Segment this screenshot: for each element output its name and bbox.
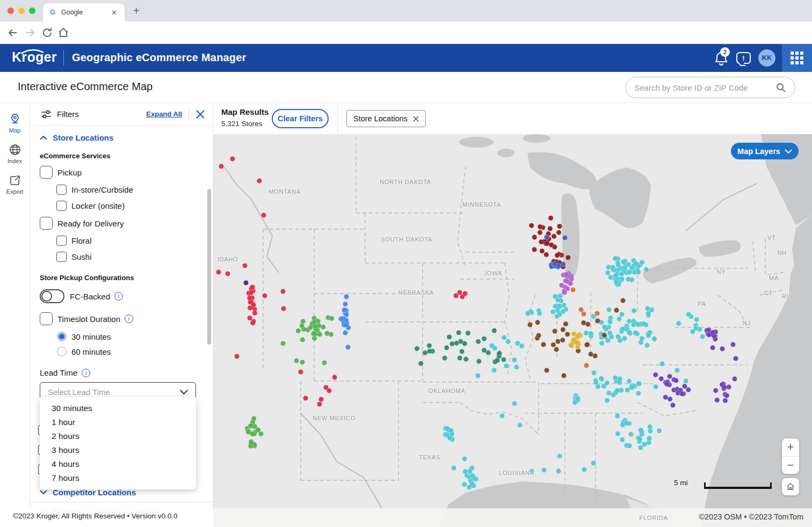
store-search-input[interactable]: Search by Store ID or ZIP Code: [625, 77, 795, 98]
fc-backed-info-icon[interactable]: i: [114, 292, 123, 301]
store-dot-teal: [415, 346, 419, 351]
timeslot-duration-checkbox[interactable]: [40, 312, 53, 325]
timeslot-60-row[interactable]: 60 minutes: [57, 347, 201, 356]
filters-content: Store Locations eCommerce Services Picku…: [40, 126, 201, 401]
zoom-out-button[interactable]: −: [782, 457, 799, 474]
state-label-nebraska: NEBRASKA: [398, 289, 434, 296]
checkbox-row-floral[interactable]: Floral: [56, 236, 201, 246]
store-dot-cyan: [525, 311, 530, 316]
lead-time-option[interactable]: 4 hours: [40, 457, 196, 471]
store-dot-cyan: [607, 331, 612, 335]
search-icon[interactable]: [775, 82, 786, 93]
store-dot-cyan: [627, 270, 632, 275]
checkbox[interactable]: [56, 201, 67, 211]
store-dot-cyan: [657, 428, 662, 433]
state-label-iowa: IOWA: [485, 270, 502, 276]
lead-time-option[interactable]: 2 hours: [40, 429, 196, 443]
rail-item-map[interactable]: Map: [0, 113, 30, 134]
browser-tab[interactable]: G Google ✕: [43, 3, 125, 21]
store-dot-green: [311, 331, 316, 335]
store-dot-maroon: [532, 247, 536, 252]
timeslot-info-icon[interactable]: i: [125, 314, 133, 323]
ecommerce-services-header: eCommerce Services: [40, 152, 201, 160]
checkbox[interactable]: [40, 217, 53, 230]
store-dot-cyan: [640, 260, 644, 265]
store-dot-green: [300, 338, 305, 342]
store-dot-purple: [715, 398, 720, 402]
lead-time-option[interactable]: 30 minutes: [40, 401, 196, 415]
store-dot-cyan: [606, 308, 611, 312]
map-layers-label: Map Layers: [737, 147, 780, 156]
map-recenter-button[interactable]: [782, 478, 799, 495]
section-store-locations[interactable]: Store Locations: [40, 133, 201, 142]
radio-60-minutes[interactable]: [57, 347, 67, 356]
lead-time-option[interactable]: 1 hour: [40, 415, 196, 429]
store-dot-crimson: [298, 369, 303, 374]
new-tab-button[interactable]: +: [133, 5, 140, 17]
filters-close-icon[interactable]: [195, 109, 205, 119]
store-dot-cyan: [491, 368, 496, 372]
store-dot-crimson: [327, 388, 331, 393]
window-minimize-button[interactable]: [18, 8, 25, 14]
fc-backed-row: FC-Backed i: [40, 289, 201, 303]
window-zoom-button[interactable]: [29, 8, 35, 14]
store-dot-cyan: [447, 435, 452, 440]
store-dot-maroon: [548, 226, 553, 231]
forward-icon[interactable]: [24, 26, 37, 39]
checkbox-row-pickup[interactable]: Pickup: [40, 166, 201, 179]
store-dot-brown: [527, 322, 532, 327]
store-dot-blue: [345, 345, 350, 349]
store-dot-brown: [614, 308, 619, 312]
store-locations-chip[interactable]: Store Locations: [346, 110, 426, 127]
checkbox-row-locker-onsite-[interactable]: Locker (onsite): [56, 201, 201, 211]
rail-item-index[interactable]: Index: [0, 143, 30, 164]
window-close-button[interactable]: [8, 8, 14, 14]
checkbox[interactable]: [56, 185, 67, 195]
filters-header-divider: [189, 109, 189, 120]
store-dot-crimson: [247, 296, 252, 301]
store-dot-crimson: [250, 320, 255, 325]
map-home-icon: [786, 482, 795, 492]
checkbox[interactable]: [56, 236, 67, 246]
store-dot-brown: [541, 342, 546, 347]
clear-filters-button[interactable]: Clear Filters: [272, 109, 329, 128]
chevron-up-icon: [40, 136, 47, 140]
map-layers-button[interactable]: Map Layers: [731, 143, 799, 159]
store-dot-orange: [595, 311, 599, 316]
expand-all-link[interactable]: Expand All: [146, 110, 182, 118]
store-dot-cyan: [686, 312, 691, 317]
panel-scrollbar-thumb[interactable]: [207, 189, 211, 345]
lead-time-option[interactable]: 7 hours: [40, 471, 196, 485]
store-dot-teal: [476, 339, 481, 344]
feedback-icon[interactable]: !: [736, 52, 751, 64]
zoom-in-button[interactable]: +: [782, 438, 799, 456]
checkbox[interactable]: [40, 166, 53, 179]
checkbox-row-in-store-curbside[interactable]: In-store/Curbside: [56, 185, 201, 195]
radio-30-minutes[interactable]: [57, 332, 67, 341]
store-dot-cyan: [633, 331, 638, 335]
rail-item-export[interactable]: Export: [0, 174, 30, 195]
export-icon: [9, 174, 21, 187]
fc-backed-toggle[interactable]: [40, 289, 64, 303]
back-icon[interactable]: [6, 26, 19, 39]
store-dot-cyan: [537, 311, 542, 316]
store-dot-darkpurple: [243, 280, 248, 285]
timeslot-30-row[interactable]: 30 minutes: [57, 332, 201, 341]
state-label-minnesota: MINNESOTA: [462, 201, 501, 208]
apps-menu-button[interactable]: [782, 44, 812, 72]
lead-time-info-icon[interactable]: i: [82, 369, 90, 377]
store-dot-cyan: [611, 265, 615, 270]
reload-icon[interactable]: [41, 26, 54, 39]
checkbox-row-sushi[interactable]: Sushi: [56, 252, 201, 262]
chip-close-icon[interactable]: [413, 116, 419, 122]
app-title: Geographic eCommerce Manager: [72, 52, 247, 64]
checkbox[interactable]: [56, 252, 67, 262]
tab-close-icon[interactable]: ✕: [109, 8, 119, 18]
home-icon[interactable]: [57, 26, 70, 39]
user-avatar[interactable]: KK: [758, 49, 775, 67]
lead-time-option[interactable]: 3 hours: [40, 443, 196, 457]
store-dot-blue: [344, 294, 349, 299]
map-canvas[interactable]: MONTANANORTH DAKOTAMINNESOTASOUTH DAKOTA…: [213, 134, 812, 527]
checkbox-row-ready-for-delivery[interactable]: Ready for Delivery: [40, 217, 201, 230]
select-chevron-down-icon: [180, 390, 188, 394]
